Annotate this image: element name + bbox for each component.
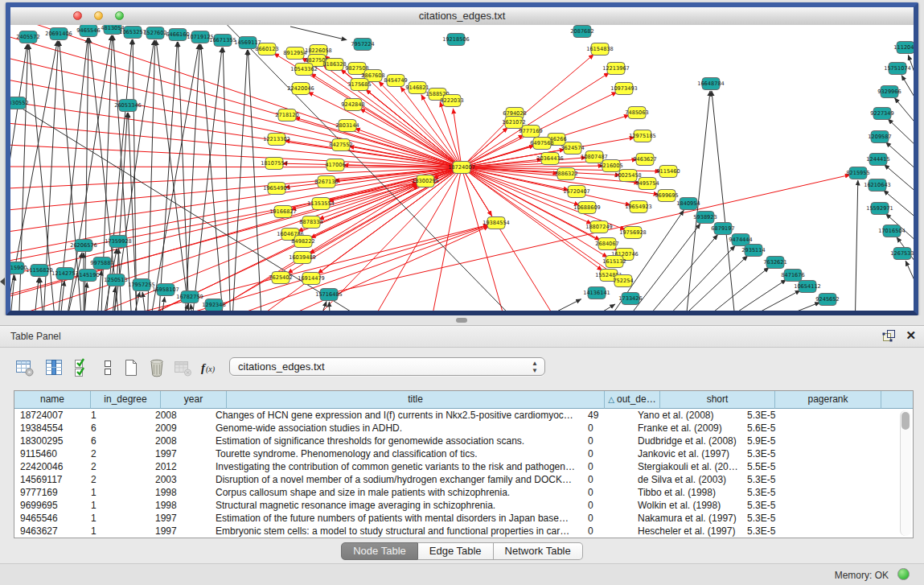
splitter-grip[interactable] (456, 318, 467, 323)
cell-out_degree[interactable]: 0 (582, 512, 632, 525)
graph-node-teal[interactable]: 15751074 (884, 63, 911, 75)
network-window-titlebar[interactable]: citations_edges.txt (10, 7, 914, 26)
graph-node-teal[interactable]: 16782759 (176, 291, 203, 303)
cell-title[interactable]: Changes of HCN gene expression and I(f) … (210, 409, 582, 422)
graph-node-teal[interactable]: 15592971 (866, 203, 893, 215)
graph-node-yellow[interactable]: 1615132 (602, 256, 626, 268)
column-format-icon[interactable] (96, 355, 120, 381)
column-header-short[interactable]: short (660, 391, 775, 409)
cell-name[interactable]: 18724007 (14, 409, 85, 422)
table-row[interactable]: 1830029562008Estimation of significance … (14, 435, 913, 447)
citation-edge-black[interactable] (113, 35, 133, 311)
graph-node-yellow[interactable]: 417006 (325, 159, 345, 171)
column-header-in_degree[interactable]: in_degree (91, 391, 161, 409)
citation-edge-red[interactable] (10, 76, 462, 167)
tab-network-table[interactable]: Network Table (494, 542, 583, 560)
citation-edge-black[interactable] (290, 27, 347, 40)
graph-node-teal[interactable]: 14136141 (583, 287, 610, 299)
graph-node-yellow[interactable]: 7625402 (269, 272, 292, 284)
graph-node-yellow[interactable]: 8912954 (283, 47, 306, 60)
cell-in_degree[interactable]: 1 (85, 486, 150, 499)
cell-out_degree[interactable]: 0 (582, 486, 632, 499)
graph-node-teal[interactable]: 16210643 (864, 179, 891, 192)
cell-pagerank[interactable]: 5.6E-5 (741, 422, 842, 435)
table-settings-icon[interactable] (13, 355, 37, 381)
cell-short[interactable]: Wolkin et al. (1998) (632, 499, 741, 512)
graph-node-teal[interactable]: 1733426 (618, 293, 642, 305)
graph-node-yellow[interactable]: 19756928 (619, 227, 647, 239)
graph-node-teal[interactable]: 8215955 (846, 167, 869, 179)
graph-node-teal[interactable]: 17359928 (105, 236, 132, 248)
cell-title[interactable]: Estimation of significance thresholds fo… (210, 435, 582, 447)
graph-node-teal[interactable]: 1250513 (104, 274, 127, 286)
citation-edge-red[interactable] (453, 109, 462, 167)
cell-short[interactable]: Franke et al. (2009) (632, 422, 741, 435)
table-row[interactable]: 946362711997Embryonic stem cells: a mode… (14, 525, 913, 538)
graph-node-teal[interactable]: 10654112 (794, 281, 821, 293)
graph-node-yellow[interactable]: 16154838 (586, 43, 614, 56)
citation-edge-black[interactable] (703, 280, 786, 311)
cell-name[interactable]: 14569117 (14, 473, 85, 486)
cell-out_degree[interactable]: 0 (582, 435, 632, 447)
cell-in_degree[interactable]: 1 (85, 409, 150, 422)
graph-node-yellow[interactable]: 2718120 (275, 109, 298, 122)
cell-name[interactable]: 18300295 (14, 435, 85, 447)
graph-node-teal[interactable]: 3315900 (10, 262, 27, 274)
citation-edge-red[interactable] (171, 167, 462, 311)
cell-pagerank[interactable]: 5.3E-5 (741, 512, 842, 525)
graph-node-teal[interactable]: 9227349 (870, 108, 893, 120)
cell-out_degree[interactable]: 49 (582, 409, 632, 422)
graph-node-yellow[interactable]: 8454749 (384, 75, 407, 87)
cell-title[interactable]: Corpus callosum shape and size in male p… (210, 486, 582, 499)
cell-title[interactable]: Genome-wide association studies in ADHD. (210, 422, 582, 435)
citation-edge-red[interactable] (10, 167, 462, 189)
graph-node-teal[interactable]: 1267533 (890, 248, 914, 260)
graph-node-teal[interactable]: 2935114 (741, 245, 765, 257)
graph-node-yellow[interactable]: 9495754 (635, 178, 659, 190)
function-builder-icon[interactable]: f(x) (198, 355, 222, 381)
citation-edge-black[interactable] (180, 304, 188, 311)
cell-pagerank[interactable]: 5.3E-5 (741, 409, 842, 422)
cell-in_degree[interactable]: 1 (85, 525, 150, 538)
table-row[interactable]: 911546021997Tourette syndrome. Phenomeno… (14, 447, 913, 460)
graph-node-yellow[interactable]: 2803144 (335, 120, 359, 132)
cell-out_degree[interactable]: 0 (582, 447, 632, 460)
cell-year[interactable]: 1997 (150, 512, 210, 525)
cell-name[interactable]: 19384554 (14, 422, 85, 435)
cell-short[interactable]: Hescheler et al. (1997) (632, 525, 741, 538)
cell-name[interactable]: 9699695 (14, 499, 85, 512)
cell-year[interactable]: 1998 (150, 499, 210, 512)
cell-out_degree[interactable]: 0 (582, 473, 632, 486)
graph-node-teal[interactable]: 1145190 (76, 270, 99, 282)
table-row[interactable]: 1938455462009Genome-wide association stu… (14, 422, 913, 435)
citation-edge-black[interactable] (105, 39, 132, 311)
collapse-panel-arrow-icon[interactable] (0, 278, 5, 286)
cell-year[interactable]: 1997 (150, 447, 210, 460)
citation-edge-black[interactable] (885, 165, 914, 193)
cell-in_degree[interactable]: 6 (85, 422, 150, 435)
cell-year[interactable]: 1997 (150, 525, 210, 538)
cell-name[interactable]: 9777169 (14, 486, 85, 499)
graph-node-yellow[interactable]: 9699695 (655, 190, 678, 202)
graph-node-yellow[interactable]: 8427552 (329, 139, 352, 151)
citation-edge-black[interactable] (248, 50, 262, 311)
cell-title[interactable]: Embryonic stem cells: a model to study s… (210, 525, 582, 538)
tab-node-table[interactable]: Node Table (341, 542, 418, 560)
graph-node-yellow[interactable]: 2684067 (595, 238, 618, 250)
cell-year[interactable]: 2008 (150, 435, 210, 447)
graph-node-yellow[interactable]: 9115460 (656, 166, 680, 178)
cell-in_degree[interactable]: 1 (85, 499, 150, 512)
graph-node-yellow[interactable]: 12975185 (629, 130, 656, 142)
cell-short[interactable]: Yano et al. (2008) (632, 409, 741, 422)
cell-short[interactable]: Tibbo et al. (1998) (632, 486, 741, 499)
graph-node-yellow[interactable]: 3175685 (347, 79, 371, 91)
citation-network-graph[interactable]: 1872400718300295193845548660123891295418… (10, 25, 914, 311)
network-view-window[interactable]: citations_edges.txt 18724007183002951938… (6, 2, 918, 315)
graph-node-yellow[interactable]: 8267130 (314, 176, 338, 188)
cell-title[interactable]: Structural magnetic resonance image aver… (210, 499, 582, 512)
cell-pagerank[interactable]: 5.3E-5 (741, 447, 842, 460)
citation-edge-red[interactable] (462, 167, 492, 216)
graph-node-teal[interactable]: 9329966 (877, 86, 901, 98)
column-header-name[interactable]: name (14, 391, 91, 409)
graph-node-teal[interactable]: 2405572 (16, 31, 39, 43)
